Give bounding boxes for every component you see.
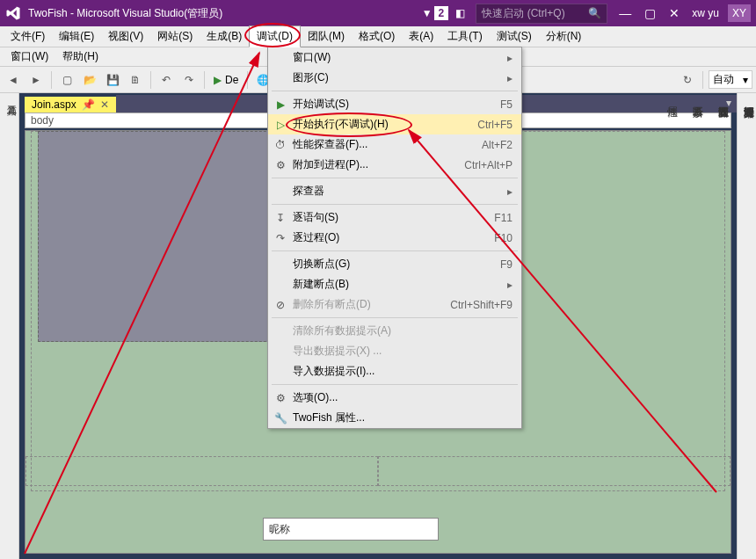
start-debug-toolbar[interactable]: ▶ De (210, 74, 242, 86)
menu-file[interactable]: 文件(F) (4, 26, 52, 47)
debug-menu-start-no-debug[interactable]: ▷开始执行(不调试)(H)Ctrl+F5 (268, 114, 521, 134)
play-icon: ▶ (273, 98, 287, 111)
debug-menu-options[interactable]: ⚙选项(O)... (268, 388, 521, 408)
maximize-button[interactable]: ▢ (637, 6, 662, 20)
debug-menu-import-tips[interactable]: 导入数据提示(I)... (268, 361, 521, 381)
delete-bp-icon: ⊘ (273, 299, 287, 311)
nav-fwd-button[interactable]: ► (26, 70, 46, 90)
close-button[interactable]: ✕ (662, 6, 687, 20)
step-into-icon: ↧ (273, 212, 287, 224)
chevron-down-icon: ▾ (743, 74, 748, 86)
menu-website[interactable]: 网站(S) (150, 26, 200, 47)
refresh-icon[interactable]: ↻ (678, 70, 697, 90)
document-tab[interactable]: Join.aspx 📌 ✕ (25, 97, 116, 113)
menu-analyze[interactable]: 分析(N) (539, 26, 589, 47)
document-tab-title: Join.aspx (32, 98, 76, 111)
save-button[interactable]: 💾 (103, 70, 122, 90)
image-placeholder[interactable] (38, 131, 284, 342)
menu-window[interactable]: 窗口(W) (4, 47, 55, 66)
solution-explorer-tab[interactable]: 解决方案资源管理器 (741, 98, 756, 559)
menu-table[interactable]: 表(A) (402, 26, 440, 47)
pin-icon[interactable]: 📌 (82, 98, 95, 111)
attach-icon: ⚙ (273, 159, 287, 171)
nav-back-button[interactable]: ◄ (4, 70, 23, 90)
debug-menu-toggle-bp[interactable]: 切换断点(G)F9 (268, 254, 521, 274)
menu-test[interactable]: 测试(S) (490, 26, 539, 47)
new-project-button[interactable]: ▢ (57, 70, 76, 90)
user-avatar[interactable]: XY (728, 4, 751, 22)
debug-menu-step-into[interactable]: ↧逐语句(S)F11 (268, 207, 521, 228)
undo-button[interactable]: ↶ (156, 70, 176, 90)
toolbox-panel-tab[interactable]: 工具箱 (0, 93, 19, 559)
vs-logo-icon (5, 5, 21, 21)
close-tab-icon[interactable]: ✕ (100, 98, 109, 111)
menu-format[interactable]: 格式(O) (352, 26, 402, 47)
debug-menu-attach[interactable]: ⚙附加到进程(P)...Ctrl+Alt+P (268, 155, 521, 175)
debug-menu-clear-tips: 清除所有数据提示(A) (268, 321, 521, 341)
user-name[interactable]: xw yu (692, 7, 719, 19)
debug-menu-profiler[interactable]: 探查器▸ (268, 181, 521, 201)
phone-input[interactable]: 手机号 (263, 553, 439, 554)
menu-help[interactable]: 帮助(H) (55, 47, 105, 66)
debug-menu-start[interactable]: ▶开始调试(S)F5 (268, 94, 521, 114)
gear-icon: ⚙ (273, 392, 287, 404)
play-outline-icon: ▷ (273, 119, 287, 131)
quick-launch-input[interactable]: 快速启动 (Ctrl+Q) 🔍 (476, 4, 607, 24)
debug-menu-export-tips: 导出数据提示(X) ... (268, 341, 521, 361)
debug-menu-dropdown: 窗口(W)▸ 图形(C)▸ ▶开始调试(S)F5 ▷开始执行(不调试)(H)Ct… (267, 47, 522, 429)
debug-menu-window[interactable]: 窗口(W)▸ (268, 47, 521, 68)
menu-view[interactable]: 视图(V) (101, 26, 150, 47)
minimize-button[interactable]: — (613, 6, 637, 20)
redo-button[interactable]: ↷ (179, 70, 199, 90)
wrench-icon: 🔧 (273, 412, 287, 425)
breadcrumb[interactable]: body (31, 114, 54, 127)
flag-icon[interactable]: ▼ (422, 7, 433, 19)
step-over-icon: ↷ (273, 232, 287, 244)
window-title: TwoFish - Microsoft Visual Studio(管理员) (28, 6, 422, 21)
menu-debug[interactable]: 调试(D) (249, 25, 301, 47)
zoom-combo[interactable]: 自动 ▾ (709, 70, 752, 89)
open-button[interactable]: 📂 (80, 70, 99, 90)
nickname-input[interactable]: 昵称 (263, 518, 439, 541)
debug-menu-perf[interactable]: ⏱性能探查器(F)...Alt+F2 (268, 134, 521, 155)
save-all-button[interactable]: 🗎 (126, 70, 145, 90)
menu-edit[interactable]: 编辑(E) (52, 26, 101, 47)
debug-menu-new-bp[interactable]: 新建断点(B)▸ (268, 274, 521, 294)
search-icon: 🔍 (588, 7, 601, 19)
debug-menu-graphics[interactable]: 图形(C)▸ (268, 68, 521, 88)
menu-tools[interactable]: 工具(T) (440, 26, 489, 47)
debug-menu-props[interactable]: 🔧TwoFish 属性... (268, 408, 521, 428)
play-icon: ▶ (214, 74, 222, 86)
notification-count[interactable]: 2 (434, 6, 449, 20)
debug-menu-clear-bp: ⊘删除所有断点(D)Ctrl+Shift+F9 (268, 294, 521, 315)
gauge-icon: ⏱ (273, 139, 287, 151)
menu-build[interactable]: 生成(B) (200, 26, 249, 47)
feedback-icon[interactable]: ◧ (455, 7, 465, 19)
debug-menu-step-over[interactable]: ↷逐过程(O)F10 (268, 228, 521, 248)
menu-team[interactable]: 团队(M) (301, 26, 352, 47)
